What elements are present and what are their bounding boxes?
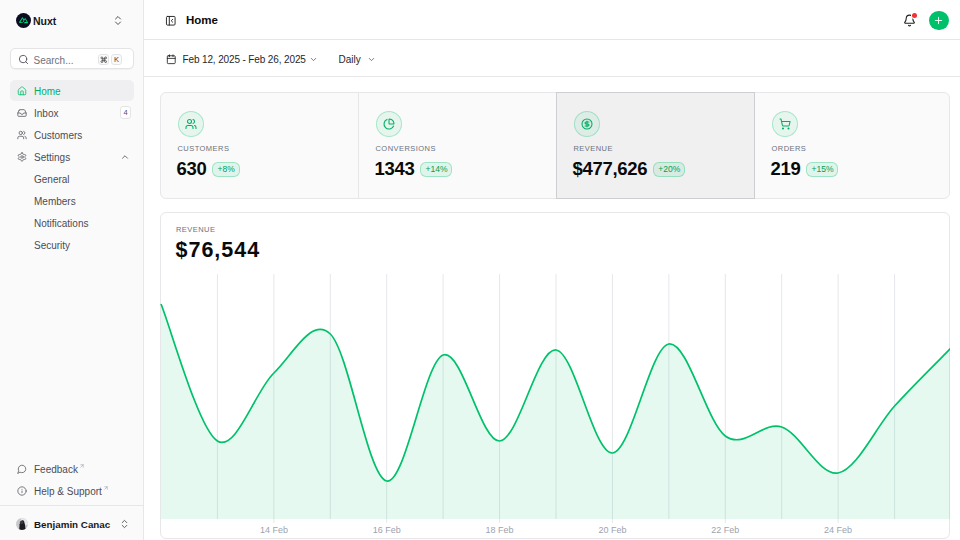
svg-text:18 Feb: 18 Feb (486, 525, 514, 535)
svg-text:16 Feb: 16 Feb (373, 525, 401, 535)
svg-text:20 Feb: 20 Feb (598, 525, 626, 535)
svg-text:22 Feb: 22 Feb (711, 525, 739, 535)
svg-text:14 Feb: 14 Feb (260, 525, 288, 535)
svg-text:24 Feb: 24 Feb (824, 525, 852, 535)
